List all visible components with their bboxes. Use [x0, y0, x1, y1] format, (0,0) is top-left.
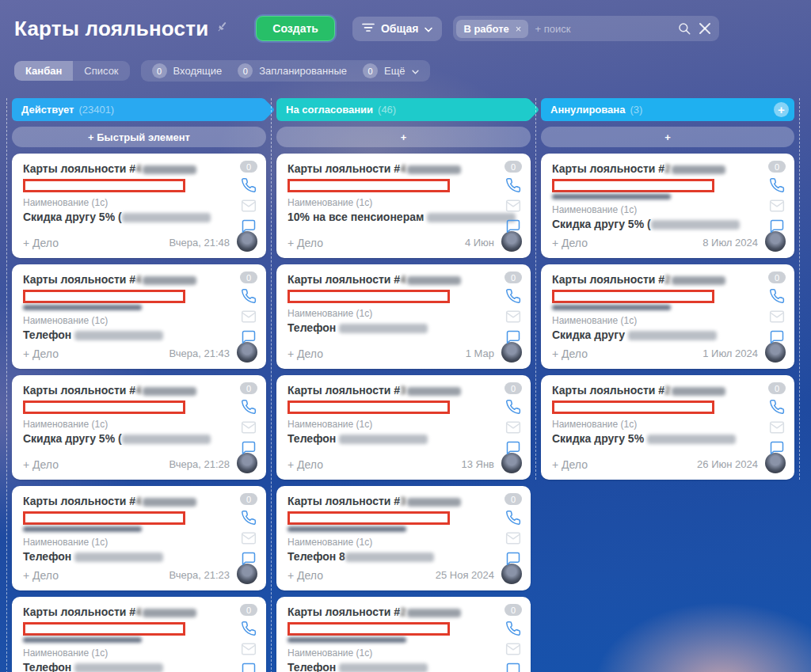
mail-icon[interactable]: [505, 530, 521, 546]
phone-icon[interactable]: [505, 510, 521, 526]
kanban-column: Действует (23401) + + Быстрый элемент Ка…: [6, 98, 271, 672]
search-input[interactable]: В работе × + поиск: [453, 16, 719, 41]
column-header[interactable]: Действует (23401) +: [12, 98, 266, 121]
phone-icon[interactable]: [769, 177, 785, 193]
redaction-box: [287, 401, 450, 414]
add-activity-link[interactable]: + Дело: [23, 458, 59, 471]
chat-icon[interactable]: [769, 218, 785, 234]
add-activity-link[interactable]: + Дело: [552, 237, 588, 249]
kanban-card[interactable]: Карты лояльности #4 Наименование (1с) Те…: [276, 264, 531, 369]
chip-close-icon[interactable]: ×: [516, 23, 522, 35]
mail-icon[interactable]: [241, 309, 257, 325]
add-activity-link[interactable]: + Дело: [552, 458, 588, 471]
redacted-value: [339, 435, 428, 444]
mail-icon[interactable]: [769, 198, 785, 214]
add-activity-link[interactable]: + Дело: [287, 237, 323, 249]
mail-icon[interactable]: [769, 420, 785, 435]
card-number-hint: 4: [135, 273, 142, 286]
counter-incoming[interactable]: 0 Входящие: [152, 63, 223, 78]
chat-icon[interactable]: [505, 218, 521, 234]
add-activity-link[interactable]: + Дело: [23, 569, 59, 582]
mail-icon[interactable]: [241, 530, 257, 546]
column-add-icon[interactable]: +: [774, 102, 789, 117]
phone-icon[interactable]: [505, 621, 521, 636]
mail-icon[interactable]: [505, 198, 521, 214]
card-field-label: Наименование (1с): [287, 197, 494, 208]
kanban-card[interactable]: Карты лояльности #2 Наименование (1с) Ск…: [541, 154, 794, 258]
create-button[interactable]: Создать: [256, 16, 335, 41]
tab-kanban[interactable]: Канбан: [14, 61, 73, 81]
kanban-card[interactable]: Карты лояльности #4 Наименование (1с) Те…: [12, 597, 266, 672]
card-value: Скидка другу: [552, 328, 628, 341]
chat-icon[interactable]: [505, 662, 521, 672]
counter-more[interactable]: 0 Ещё: [363, 63, 419, 78]
phone-icon[interactable]: [241, 510, 257, 526]
counter-planned[interactable]: 0 Запланированные: [238, 63, 347, 78]
card-field-label: Наименование (1с): [287, 647, 494, 659]
kanban-card[interactable]: Карты лояльности #2 Наименование (1с) Те…: [276, 597, 531, 672]
mail-icon[interactable]: [505, 420, 521, 435]
quick-add-button[interactable]: +: [541, 127, 794, 147]
redaction-box: [552, 401, 714, 414]
add-activity-link[interactable]: + Дело: [23, 347, 59, 360]
phone-icon[interactable]: [769, 399, 785, 415]
add-activity-link[interactable]: + Дело: [287, 347, 323, 360]
phone-icon[interactable]: [241, 621, 257, 636]
add-activity-link[interactable]: + Дело: [287, 569, 323, 582]
kanban-card[interactable]: Карты лояльности #2 Наименование (1с) Ск…: [541, 375, 794, 480]
card-number-hint: 2: [664, 384, 671, 397]
add-activity-link[interactable]: + Дело: [23, 237, 59, 249]
kanban-card[interactable]: Карты лояльности #4 Наименование (1с) Те…: [12, 264, 266, 369]
kanban-card[interactable]: Карты лояльности #4 Наименование (1с) Те…: [12, 486, 266, 590]
kanban-card[interactable]: Карты лояльности #3 Наименование (1с) Те…: [276, 375, 531, 480]
add-activity-link[interactable]: + Дело: [552, 347, 588, 360]
activity-count-badge: 0: [240, 493, 257, 505]
phone-icon[interactable]: [769, 288, 785, 304]
search-filter-chip[interactable]: В работе ×: [456, 20, 528, 38]
search-icon[interactable]: [677, 21, 691, 36]
card-value-line: Скидка другу 5% (: [552, 218, 758, 230]
search-clear-icon[interactable]: [699, 22, 711, 35]
filter-label: Общая: [381, 22, 418, 35]
phone-icon[interactable]: [241, 288, 257, 304]
chat-icon[interactable]: [241, 218, 257, 234]
chat-icon[interactable]: [241, 440, 257, 456]
add-activity-link[interactable]: + Дело: [287, 458, 323, 471]
card-value: Телефон: [287, 661, 339, 672]
quick-add-button[interactable]: + Быстрый элемент: [12, 127, 266, 147]
chat-icon[interactable]: [241, 551, 257, 567]
chat-icon[interactable]: [505, 551, 521, 567]
column-header[interactable]: На согласовании (46) +: [276, 98, 531, 121]
card-number-hint: 4: [135, 495, 142, 507]
mail-icon[interactable]: [241, 420, 257, 435]
phone-icon[interactable]: [241, 399, 257, 415]
card-field-label: Наименование (1с): [552, 315, 758, 326]
quick-add-button[interactable]: +: [276, 127, 531, 147]
phone-icon[interactable]: [505, 288, 521, 304]
chat-icon[interactable]: [241, 329, 257, 345]
chat-icon[interactable]: [505, 440, 521, 456]
redacted-number: [407, 609, 461, 617]
kanban-card[interactable]: Карты лояльности #4 Наименование (1с) Ск…: [12, 375, 266, 480]
mail-icon[interactable]: [241, 198, 257, 214]
column-header[interactable]: Аннулирована (3) +: [541, 98, 794, 121]
chat-icon[interactable]: [769, 440, 785, 456]
card-number-hint: 4: [400, 162, 406, 175]
kanban-card[interactable]: Карты лояльности #3 Наименование (1с) Те…: [276, 486, 531, 590]
chat-icon[interactable]: [769, 329, 785, 345]
chat-icon[interactable]: [241, 662, 257, 672]
phone-icon[interactable]: [505, 177, 521, 193]
mail-icon[interactable]: [769, 309, 785, 325]
mail-icon[interactable]: [241, 641, 257, 657]
tab-list[interactable]: Список: [73, 61, 129, 81]
kanban-card[interactable]: Карты лояльности #4 Наименование (1с) Ск…: [12, 154, 266, 258]
filter-dropdown[interactable]: Общая: [352, 17, 442, 41]
mail-icon[interactable]: [505, 309, 521, 325]
chat-icon[interactable]: [505, 329, 521, 345]
phone-icon[interactable]: [505, 399, 521, 415]
pin-icon[interactable]: [216, 21, 229, 36]
kanban-card[interactable]: Карты лояльности #4 Наименование (1с) 10…: [276, 154, 531, 258]
mail-icon[interactable]: [505, 641, 521, 657]
kanban-card[interactable]: Карты лояльности #2 Наименование (1с) Ск…: [541, 264, 794, 369]
phone-icon[interactable]: [241, 177, 257, 193]
